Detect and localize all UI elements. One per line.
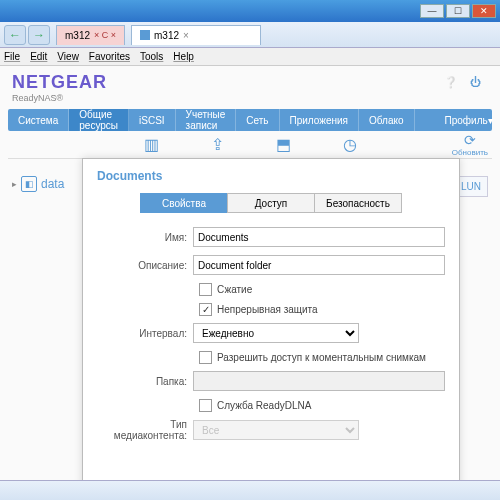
row-dlna: Служба ReadyDLNA [199,399,445,412]
media-select: Все [193,420,359,440]
row-name: Имя: [97,227,445,247]
nav-spacer [415,109,435,131]
window-titlebar: — ☐ ✕ [0,0,500,22]
browser-tab-1[interactable]: m312 × C × [56,25,125,45]
browser-menubar: File Edit View Favorites Tools Help [0,48,500,66]
brand-name: NETGEAR [12,72,488,93]
menu-help[interactable]: Help [173,51,194,62]
volume-icon: ◧ [21,176,37,192]
nav-iscsi[interactable]: iSCSI [129,109,176,131]
tab-access[interactable]: Доступ [227,193,315,213]
power-icon[interactable]: ⏻ [470,76,486,92]
row-folder: Папка: [97,371,445,391]
folder-input [193,371,445,391]
back-button[interactable]: ← [4,25,26,45]
group-icon[interactable]: ⬒ [276,135,291,154]
menu-view[interactable]: View [57,51,79,62]
refresh-icon: ⟳ [452,132,488,148]
browser-navbar: ← → m312 × C × m312 × [0,22,500,48]
tab-label: m312 [65,30,90,41]
row-protect: ✓ Непрерывная защита [199,303,445,316]
dialog-tabs: Свойства Доступ Безопасность [97,193,445,213]
row-compress: Сжатие [199,283,445,296]
dlna-label: Служба ReadyDLNA [217,400,311,411]
maximize-button[interactable]: ☐ [446,4,470,18]
label-media: Тип медиаконтента: [97,419,193,441]
help-icon[interactable]: ❔ [444,76,460,92]
side-tree[interactable]: ▸ ◧ data [12,176,64,192]
tab-label: m312 [154,30,179,41]
tab-security[interactable]: Безопасность [314,193,402,213]
share-icon[interactable]: ⇪ [211,135,224,154]
row-media: Тип медиаконтента: Все [97,419,445,441]
compress-label: Сжатие [217,284,252,295]
volume-label: data [41,177,64,191]
favicon-icon [140,30,150,40]
app-content: NETGEAR ReadyNAS® ❔ ⏻ Система Общие ресу… [0,66,500,500]
menu-favorites[interactable]: Favorites [89,51,130,62]
row-interval: Интервал: Ежедневно [97,323,445,343]
brand-sub: ReadyNAS® [12,93,488,103]
snapshot-checkbox[interactable] [199,351,212,364]
close-button[interactable]: ✕ [472,4,496,18]
dlna-checkbox[interactable] [199,399,212,412]
menu-file[interactable]: File [4,51,20,62]
nav-shares[interactable]: Общие ресурсы [69,109,129,131]
brand: NETGEAR ReadyNAS® [0,66,500,105]
label-interval: Интервал: [97,328,193,339]
share-properties-dialog: Documents Свойства Доступ Безопасность И… [82,158,460,500]
clock-icon[interactable]: ◷ [343,135,357,154]
protect-checkbox[interactable]: ✓ [199,303,212,316]
compress-checkbox[interactable] [199,283,212,296]
tab-extra: × C × [94,30,116,40]
nav-accounts[interactable]: Учетные записи [176,109,237,131]
browser-statusbar [0,480,500,500]
nav-profile[interactable]: Профиль▾ [435,109,500,131]
tab-properties[interactable]: Свойства [140,193,228,213]
nav-apps[interactable]: Приложения [280,109,360,131]
folder-icon[interactable]: ▥ [144,135,159,154]
dialog-title: Documents [97,169,445,183]
minimize-button[interactable]: — [420,4,444,18]
label-desc: Описание: [97,260,193,271]
label-name: Имя: [97,232,193,243]
row-desc: Описание: [97,255,445,275]
nav-network[interactable]: Сеть [236,109,279,131]
desc-input[interactable] [193,255,445,275]
nav-system[interactable]: Система [8,109,69,131]
header-icons: ❔ ⏻ [444,76,486,92]
close-tab-icon[interactable]: × [183,30,189,41]
menu-tools[interactable]: Tools [140,51,163,62]
protect-label: Непрерывная защита [217,304,318,315]
toolbar: ▥ ⇪ ⬒ ◷ ⟳ Обновить [8,131,492,159]
name-input[interactable] [193,227,445,247]
menu-edit[interactable]: Edit [30,51,47,62]
browser-tab-2[interactable]: m312 × [131,25,261,45]
row-snap: Разрешить доступ к моментальным снимкам [199,351,445,364]
main-nav: Система Общие ресурсы iSCSI Учетные запи… [8,109,492,131]
label-folder: Папка: [97,376,193,387]
interval-select[interactable]: Ежедневно [193,323,359,343]
forward-button[interactable]: → [28,25,50,45]
expand-icon[interactable]: ▸ [12,179,17,189]
refresh-button[interactable]: ⟳ Обновить [452,132,488,157]
snapshot-label: Разрешить доступ к моментальным снимкам [217,352,426,363]
nav-cloud[interactable]: Облако [359,109,415,131]
